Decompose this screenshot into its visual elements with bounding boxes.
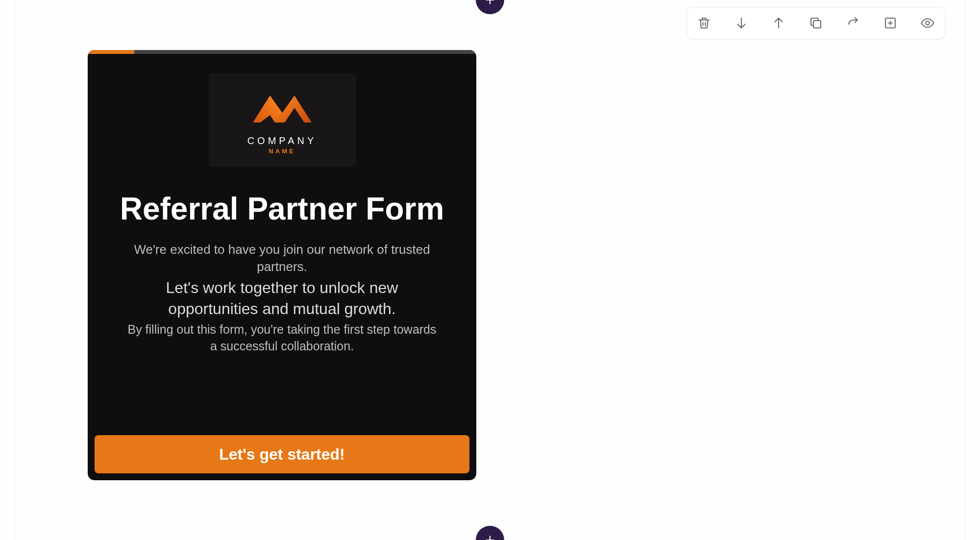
company-logo-icon [248, 86, 317, 127]
progress-fill [88, 50, 134, 54]
redo-arrow-icon [846, 16, 860, 30]
editor-toolbar [686, 7, 945, 39]
arrow-down-icon [734, 16, 749, 30]
plus-icon [484, 0, 496, 6]
duplicate-button[interactable] [808, 15, 824, 31]
copy-icon [808, 16, 823, 30]
delete-button[interactable] [696, 15, 712, 31]
card-content: COMPANY NAME Referral Partner Form We're… [88, 54, 476, 426]
svg-rect-0 [813, 21, 821, 28]
logo-company-text: COMPANY [247, 135, 317, 147]
canvas-area: COMPANY NAME Referral Partner Form We're… [15, 0, 965, 540]
logo-name-text: NAME [269, 147, 295, 155]
card-emphasis-text: Let's work together to unlock new opport… [98, 277, 466, 319]
add-element-button[interactable] [882, 15, 899, 31]
redo-button[interactable] [845, 15, 861, 31]
move-up-button[interactable] [770, 15, 787, 31]
add-square-icon [883, 16, 898, 30]
add-section-top-button[interactable] [476, 0, 504, 14]
logo-box: COMPANY NAME [209, 74, 356, 167]
card-sub-text: By filling out this form, you're taking … [98, 321, 466, 355]
get-started-button[interactable]: Let's get started! [95, 435, 469, 473]
form-card[interactable]: COMPANY NAME Referral Partner Form We're… [88, 50, 476, 480]
preview-button[interactable] [919, 15, 936, 31]
svg-point-2 [926, 21, 930, 25]
arrow-up-icon [771, 16, 786, 30]
trash-icon [697, 16, 711, 30]
move-down-button[interactable] [733, 15, 750, 31]
progress-bar [88, 50, 476, 54]
card-title: Referral Partner Form [100, 191, 464, 227]
eye-icon [920, 16, 935, 30]
add-section-bottom-button[interactable] [476, 526, 504, 540]
card-intro-text: We're excited to have you join our netwo… [98, 241, 466, 275]
plus-icon [484, 534, 496, 540]
